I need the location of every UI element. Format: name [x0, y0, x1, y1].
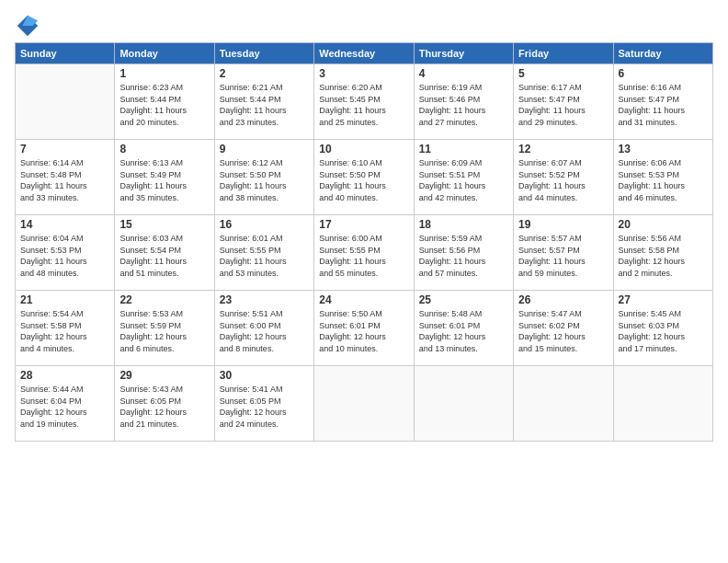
day-number: 19 — [518, 218, 608, 231]
day-number: 6 — [619, 67, 708, 80]
day-info: Sunrise: 6:21 AM Sunset: 5:44 PM Dayligh… — [220, 82, 309, 128]
day-cell: 23Sunrise: 5:51 AM Sunset: 6:00 PM Dayli… — [214, 291, 313, 366]
day-cell: 14Sunrise: 6:04 AM Sunset: 5:53 PM Dayli… — [16, 215, 115, 291]
day-number: 14 — [20, 218, 109, 231]
day-cell: 18Sunrise: 5:59 AM Sunset: 5:56 PM Dayli… — [414, 215, 513, 291]
day-info: Sunrise: 6:00 AM Sunset: 5:55 PM Dayligh… — [319, 233, 408, 279]
day-number: 12 — [518, 143, 608, 155]
header-saturday: Saturday — [613, 43, 712, 64]
day-info: Sunrise: 5:45 AM Sunset: 6:03 PM Dayligh… — [619, 308, 708, 354]
day-info: Sunrise: 6:23 AM Sunset: 5:44 PM Dayligh… — [119, 82, 209, 128]
day-number: 22 — [119, 293, 209, 306]
day-cell: 3Sunrise: 6:20 AM Sunset: 5:45 PM Daylig… — [314, 64, 414, 140]
day-info: Sunrise: 5:41 AM Sunset: 6:05 PM Dayligh… — [220, 384, 309, 430]
day-cell: 8Sunrise: 6:13 AM Sunset: 5:49 PM Daylig… — [115, 140, 214, 215]
day-number: 15 — [119, 218, 209, 231]
day-cell — [514, 366, 613, 442]
day-info: Sunrise: 6:14 AM Sunset: 5:48 PM Dayligh… — [20, 157, 109, 203]
calendar-header-row: SundayMondayTuesdayWednesdayThursdayFrid… — [16, 43, 713, 64]
day-info: Sunrise: 6:01 AM Sunset: 5:55 PM Dayligh… — [220, 233, 309, 279]
day-number: 27 — [619, 293, 708, 306]
day-info: Sunrise: 6:13 AM Sunset: 5:49 PM Dayligh… — [119, 157, 209, 203]
day-info: Sunrise: 5:57 AM Sunset: 5:57 PM Dayligh… — [518, 233, 608, 279]
day-cell: 10Sunrise: 6:10 AM Sunset: 5:50 PM Dayli… — [314, 140, 414, 215]
day-cell: 24Sunrise: 5:50 AM Sunset: 6:01 PM Dayli… — [314, 291, 414, 366]
day-info: Sunrise: 5:54 AM Sunset: 5:58 PM Dayligh… — [20, 308, 109, 354]
day-number: 7 — [20, 143, 109, 155]
day-number: 2 — [220, 67, 309, 80]
day-number: 26 — [518, 293, 608, 306]
day-info: Sunrise: 6:07 AM Sunset: 5:52 PM Dayligh… — [518, 157, 608, 203]
day-cell: 16Sunrise: 6:01 AM Sunset: 5:55 PM Dayli… — [214, 215, 313, 291]
day-number: 13 — [619, 143, 708, 155]
day-info: Sunrise: 6:03 AM Sunset: 5:54 PM Dayligh… — [119, 233, 209, 279]
day-cell: 22Sunrise: 5:53 AM Sunset: 5:59 PM Dayli… — [115, 291, 214, 366]
day-cell: 29Sunrise: 5:43 AM Sunset: 6:05 PM Dayli… — [115, 366, 214, 442]
day-info: Sunrise: 6:09 AM Sunset: 5:51 PM Dayligh… — [419, 157, 508, 203]
day-cell: 1Sunrise: 6:23 AM Sunset: 5:44 PM Daylig… — [115, 64, 214, 140]
week-row-2: 14Sunrise: 6:04 AM Sunset: 5:53 PM Dayli… — [16, 215, 713, 291]
day-number: 17 — [319, 218, 408, 231]
day-cell: 19Sunrise: 5:57 AM Sunset: 5:57 PM Dayli… — [514, 215, 613, 291]
day-info: Sunrise: 5:47 AM Sunset: 6:02 PM Dayligh… — [518, 308, 608, 354]
day-number: 8 — [119, 143, 209, 155]
day-cell: 28Sunrise: 5:44 AM Sunset: 6:04 PM Dayli… — [16, 366, 115, 442]
day-cell: 2Sunrise: 6:21 AM Sunset: 5:44 PM Daylig… — [214, 64, 313, 140]
day-number: 28 — [20, 369, 109, 382]
day-cell — [314, 366, 414, 442]
logo-icon — [15, 13, 40, 39]
day-number: 20 — [619, 218, 708, 231]
day-number: 25 — [419, 293, 508, 306]
day-cell: 6Sunrise: 6:16 AM Sunset: 5:47 PM Daylig… — [613, 64, 712, 140]
day-cell: 27Sunrise: 5:45 AM Sunset: 6:03 PM Dayli… — [613, 291, 712, 366]
day-info: Sunrise: 6:10 AM Sunset: 5:50 PM Dayligh… — [319, 157, 408, 203]
day-number: 16 — [220, 218, 309, 231]
header — [15, 9, 713, 39]
day-cell: 20Sunrise: 5:56 AM Sunset: 5:58 PM Dayli… — [613, 215, 712, 291]
day-cell: 26Sunrise: 5:47 AM Sunset: 6:02 PM Dayli… — [514, 291, 613, 366]
header-friday: Friday — [514, 43, 613, 64]
day-number: 30 — [220, 369, 309, 382]
day-info: Sunrise: 5:50 AM Sunset: 6:01 PM Dayligh… — [319, 308, 408, 354]
week-row-3: 21Sunrise: 5:54 AM Sunset: 5:58 PM Dayli… — [16, 291, 713, 366]
day-info: Sunrise: 6:19 AM Sunset: 5:46 PM Dayligh… — [419, 82, 508, 128]
week-row-4: 28Sunrise: 5:44 AM Sunset: 6:04 PM Dayli… — [16, 366, 713, 442]
day-info: Sunrise: 5:51 AM Sunset: 6:00 PM Dayligh… — [220, 308, 309, 354]
day-number: 4 — [419, 67, 508, 80]
day-info: Sunrise: 5:59 AM Sunset: 5:56 PM Dayligh… — [419, 233, 508, 279]
day-info: Sunrise: 5:43 AM Sunset: 6:05 PM Dayligh… — [119, 384, 209, 430]
day-info: Sunrise: 6:12 AM Sunset: 5:50 PM Dayligh… — [220, 157, 309, 203]
day-number: 3 — [319, 67, 408, 80]
day-cell: 11Sunrise: 6:09 AM Sunset: 5:51 PM Dayli… — [414, 140, 513, 215]
day-info: Sunrise: 6:20 AM Sunset: 5:45 PM Dayligh… — [319, 82, 408, 128]
day-number: 1 — [119, 67, 209, 80]
day-info: Sunrise: 6:17 AM Sunset: 5:47 PM Dayligh… — [518, 82, 608, 128]
day-info: Sunrise: 6:04 AM Sunset: 5:53 PM Dayligh… — [20, 233, 109, 279]
day-number: 11 — [419, 143, 508, 155]
logo — [15, 13, 44, 39]
day-number: 21 — [20, 293, 109, 306]
day-number: 29 — [119, 369, 209, 382]
page: SundayMondayTuesdayWednesdayThursdayFrid… — [0, 0, 728, 451]
header-wednesday: Wednesday — [314, 43, 414, 64]
day-number: 24 — [319, 293, 408, 306]
day-info: Sunrise: 6:16 AM Sunset: 5:47 PM Dayligh… — [619, 82, 708, 128]
day-number: 5 — [518, 67, 608, 80]
day-number: 9 — [220, 143, 309, 155]
day-cell: 21Sunrise: 5:54 AM Sunset: 5:58 PM Dayli… — [16, 291, 115, 366]
day-cell: 12Sunrise: 6:07 AM Sunset: 5:52 PM Dayli… — [514, 140, 613, 215]
header-sunday: Sunday — [16, 43, 115, 64]
day-cell: 25Sunrise: 5:48 AM Sunset: 6:01 PM Dayli… — [414, 291, 513, 366]
week-row-0: 1Sunrise: 6:23 AM Sunset: 5:44 PM Daylig… — [16, 64, 713, 140]
day-number: 18 — [419, 218, 508, 231]
calendar: SundayMondayTuesdayWednesdayThursdayFrid… — [15, 42, 713, 442]
header-thursday: Thursday — [414, 43, 513, 64]
day-number: 10 — [319, 143, 408, 155]
day-cell — [16, 64, 115, 140]
day-info: Sunrise: 5:48 AM Sunset: 6:01 PM Dayligh… — [419, 308, 508, 354]
day-number: 23 — [220, 293, 309, 306]
day-cell — [414, 366, 513, 442]
week-row-1: 7Sunrise: 6:14 AM Sunset: 5:48 PM Daylig… — [16, 140, 713, 215]
day-cell: 4Sunrise: 6:19 AM Sunset: 5:46 PM Daylig… — [414, 64, 513, 140]
header-monday: Monday — [115, 43, 214, 64]
